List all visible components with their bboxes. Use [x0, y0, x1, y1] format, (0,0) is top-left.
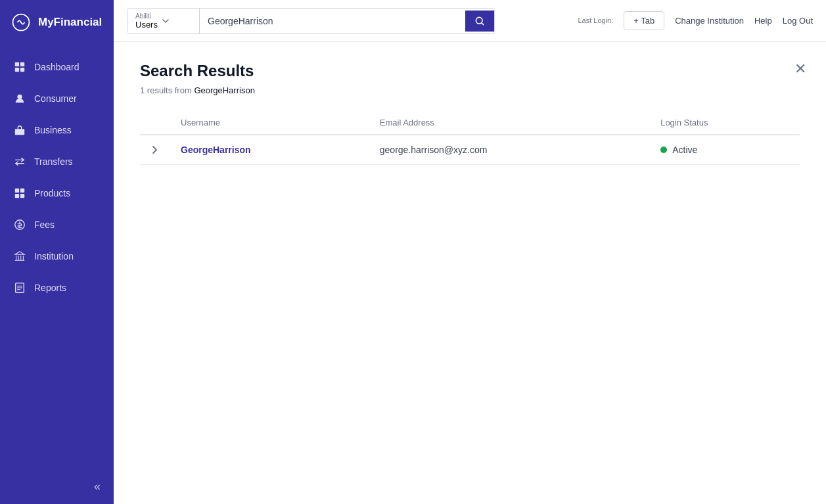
svg-rect-0: [15, 62, 19, 66]
email-cell: george.harrison@xyz.com: [369, 135, 650, 165]
sidebar-item-business-label: Business: [34, 125, 72, 135]
search-icon: [474, 16, 485, 26]
chevron-right-icon: [150, 145, 160, 154]
products-icon: [13, 187, 26, 200]
sidebar-item-dashboard[interactable]: Dashboard: [0, 51, 114, 83]
results-count: 1: [140, 85, 145, 95]
sidebar-item-institution-label: Institution: [34, 251, 74, 262]
svg-rect-5: [15, 129, 24, 135]
col-username: Username: [170, 111, 369, 135]
col-expand: [140, 111, 170, 135]
search-button[interactable]: [465, 11, 494, 32]
col-email: Email Address: [369, 111, 650, 135]
fees-icon: [13, 218, 26, 231]
search-category-label-main: Users: [135, 20, 158, 30]
sidebar-item-fees[interactable]: Fees: [0, 209, 114, 241]
svg-rect-3: [20, 68, 24, 72]
logout-link[interactable]: Log Out: [783, 16, 813, 26]
sidebar-item-products[interactable]: Products: [0, 177, 114, 209]
add-tab-button[interactable]: + Tab: [624, 11, 664, 30]
svg-rect-7: [20, 189, 24, 193]
sidebar-item-reports[interactable]: Reports: [0, 272, 114, 304]
sidebar-nav: Dashboard Consumer Business: [0, 45, 114, 469]
sidebar-item-institution[interactable]: Institution: [0, 241, 114, 272]
svg-point-4: [17, 95, 22, 99]
sidebar-item-fees-label: Fees: [34, 219, 55, 230]
results-table: Username Email Address Login Status: [140, 111, 800, 165]
page-title: Search Results: [140, 62, 800, 80]
topbar-actions: Last Login: + Tab Change Institution Hel…: [578, 11, 813, 30]
sidebar-item-products-label: Products: [34, 188, 70, 198]
username-link[interactable]: GeorgeHarrison: [181, 145, 251, 155]
col-login-status: Login Status: [650, 111, 800, 135]
transfers-icon: [13, 155, 26, 168]
main-area: Abiliti Users Last Login: + Tab Change: [114, 0, 826, 504]
sidebar-item-dashboard-label: Dashboard: [34, 62, 80, 72]
institution-icon: [13, 250, 26, 263]
svg-rect-2: [15, 68, 19, 72]
add-tab-label: + Tab: [633, 16, 654, 26]
svg-rect-6: [15, 189, 19, 193]
close-icon: ✕: [794, 60, 806, 78]
search-container: Abiliti Users: [127, 8, 495, 34]
svg-rect-8: [15, 194, 19, 198]
sidebar-item-consumer-label: Consumer: [34, 93, 77, 104]
close-button[interactable]: ✕: [794, 60, 806, 78]
expand-row-button[interactable]: [150, 145, 160, 154]
sidebar: MyFinancial Dashboard Consumer: [0, 0, 114, 504]
search-category-dropdown[interactable]: Abiliti Users: [127, 9, 200, 34]
sidebar-item-transfers-label: Transfers: [34, 156, 73, 167]
change-institution-link[interactable]: Change Institution: [675, 16, 744, 26]
collapse-icon: «: [94, 480, 101, 493]
app-name: MyFinancial: [38, 16, 102, 29]
business-icon: [13, 124, 26, 137]
status-badge: Active: [660, 145, 789, 155]
topbar: Abiliti Users Last Login: + Tab Change: [114, 0, 826, 42]
sidebar-item-consumer[interactable]: Consumer: [0, 83, 114, 114]
logo: MyFinancial: [0, 0, 114, 45]
svg-rect-9: [20, 194, 24, 198]
sidebar-collapse-button[interactable]: «: [0, 469, 114, 504]
consumer-icon: [13, 92, 26, 105]
sidebar-item-transfers[interactable]: Transfers: [0, 146, 114, 177]
status-dot-active: [660, 147, 667, 153]
svg-rect-1: [20, 62, 24, 66]
sidebar-item-business[interactable]: Business: [0, 114, 114, 146]
last-login-label: Last Login:: [578, 16, 613, 25]
status-label: Active: [672, 145, 697, 155]
search-category-label-small: Abiliti: [135, 12, 158, 20]
dashboard-icon: [13, 60, 26, 74]
reports-icon: [13, 281, 26, 294]
query-term: GeorgeHarrison: [194, 85, 255, 95]
help-link[interactable]: Help: [754, 16, 772, 26]
results-from-label: results from: [147, 85, 195, 95]
results-summary: 1 results from GeorgeHarrison: [140, 85, 800, 95]
sidebar-item-reports-label: Reports: [34, 283, 66, 293]
logo-icon: [11, 12, 32, 33]
search-input[interactable]: [200, 11, 465, 32]
chevron-down-icon: [162, 17, 170, 25]
content-area: Search Results 1 results from GeorgeHarr…: [114, 42, 826, 504]
table-row: GeorgeHarrison george.harrison@xyz.com A…: [140, 135, 800, 165]
